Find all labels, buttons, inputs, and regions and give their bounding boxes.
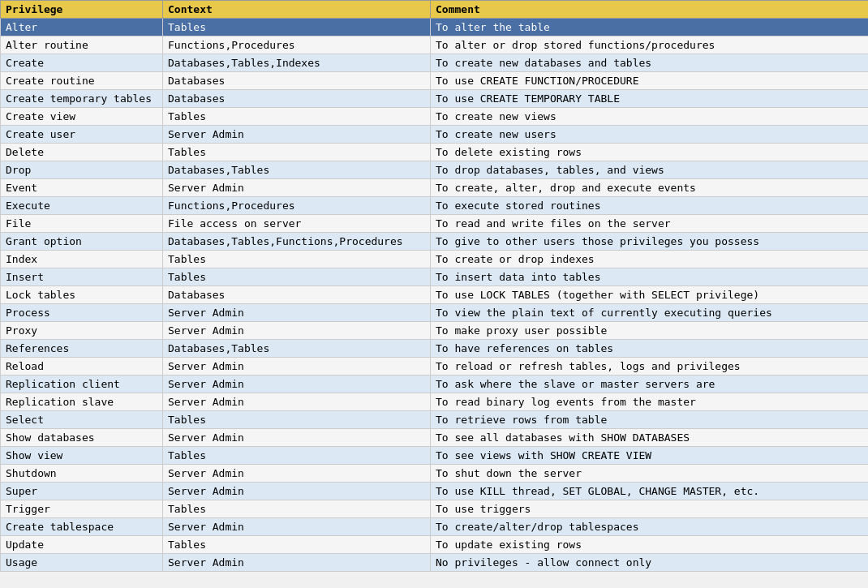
cell-context: Server Admin bbox=[163, 376, 431, 393]
cell-context: Server Admin bbox=[163, 518, 431, 536]
cell-context: Databases,Tables bbox=[163, 161, 431, 179]
cell-context: Databases,Tables,Functions,Procedures bbox=[163, 233, 431, 251]
cell-privilege: Replication slave bbox=[1, 393, 163, 411]
table-row[interactable]: CreateDatabases,Tables,IndexesTo create … bbox=[1, 54, 869, 72]
cell-privilege: References bbox=[1, 340, 163, 358]
cell-comment: No privileges - allow connect only bbox=[431, 554, 869, 572]
cell-privilege: Lock tables bbox=[1, 286, 163, 304]
cell-context: Tables bbox=[163, 251, 431, 268]
cell-context: Functions,Procedures bbox=[163, 197, 431, 215]
cell-privilege: Create user bbox=[1, 126, 163, 144]
cell-privilege: Replication client bbox=[1, 376, 163, 393]
header-context: Context bbox=[163, 1, 431, 19]
cell-context: Tables bbox=[163, 411, 431, 429]
cell-context: Tables bbox=[163, 108, 431, 126]
cell-privilege: Create view bbox=[1, 108, 163, 126]
cell-comment: To ask where the slave or master servers… bbox=[431, 376, 869, 393]
cell-context: Tables bbox=[163, 500, 431, 518]
table-row[interactable]: ExecuteFunctions,ProceduresTo execute st… bbox=[1, 197, 869, 215]
table-row[interactable]: DeleteTablesTo delete existing rows bbox=[1, 144, 869, 161]
table-row[interactable]: ReferencesDatabases,TablesTo have refere… bbox=[1, 340, 869, 358]
table-row[interactable]: DropDatabases,TablesTo drop databases, t… bbox=[1, 161, 869, 179]
cell-comment: To use LOCK TABLES (together with SELECT… bbox=[431, 286, 869, 304]
cell-comment: To create, alter, drop and execute event… bbox=[431, 179, 869, 197]
cell-privilege: Create bbox=[1, 54, 163, 72]
table-row[interactable]: UpdateTablesTo update existing rows bbox=[1, 536, 869, 554]
table-row[interactable]: AlterTablesTo alter the table bbox=[1, 19, 869, 36]
cell-privilege: Usage bbox=[1, 554, 163, 572]
table-row[interactable]: ProxyServer AdminTo make proxy user poss… bbox=[1, 322, 869, 340]
cell-context: Server Admin bbox=[163, 429, 431, 447]
cell-comment: To create/alter/drop tablespaces bbox=[431, 518, 869, 536]
table-row[interactable]: SuperServer AdminTo use KILL thread, SET… bbox=[1, 483, 869, 500]
table-row[interactable]: EventServer AdminTo create, alter, drop … bbox=[1, 179, 869, 197]
cell-comment: To use CREATE TEMPORARY TABLE bbox=[431, 90, 869, 108]
cell-context: Functions,Procedures bbox=[163, 36, 431, 54]
cell-comment: To create or drop indexes bbox=[431, 251, 869, 268]
cell-comment: To update existing rows bbox=[431, 536, 869, 554]
cell-comment: To create new views bbox=[431, 108, 869, 126]
cell-privilege: Reload bbox=[1, 358, 163, 376]
cell-comment: To give to other users those privileges … bbox=[431, 233, 869, 251]
cell-privilege: Show databases bbox=[1, 429, 163, 447]
table-row[interactable]: UsageServer AdminNo privileges - allow c… bbox=[1, 554, 869, 572]
cell-context: Server Admin bbox=[163, 304, 431, 322]
table-row[interactable]: Alter routineFunctions,ProceduresTo alte… bbox=[1, 36, 869, 54]
table-row[interactable]: FileFile access on serverTo read and wri… bbox=[1, 215, 869, 233]
cell-context: File access on server bbox=[163, 215, 431, 233]
cell-context: Tables bbox=[163, 19, 431, 36]
table-row[interactable]: Grant optionDatabases,Tables,Functions,P… bbox=[1, 233, 869, 251]
table-row[interactable]: ShutdownServer AdminTo shut down the ser… bbox=[1, 465, 869, 483]
table-row[interactable]: SelectTablesTo retrieve rows from table bbox=[1, 411, 869, 429]
cell-context: Tables bbox=[163, 536, 431, 554]
table-row[interactable]: IndexTablesTo create or drop indexes bbox=[1, 251, 869, 268]
cell-privilege: Proxy bbox=[1, 322, 163, 340]
cell-privilege: Trigger bbox=[1, 500, 163, 518]
cell-privilege: Alter bbox=[1, 19, 163, 36]
cell-comment: To use KILL thread, SET GLOBAL, CHANGE M… bbox=[431, 483, 869, 500]
table-row[interactable]: InsertTablesTo insert data into tables bbox=[1, 268, 869, 286]
cell-comment: To shut down the server bbox=[431, 465, 869, 483]
cell-context: Tables bbox=[163, 268, 431, 286]
table-row[interactable]: Lock tablesDatabasesTo use LOCK TABLES (… bbox=[1, 286, 869, 304]
cell-comment: To create new databases and tables bbox=[431, 54, 869, 72]
cell-comment: To reload or refresh tables, logs and pr… bbox=[431, 358, 869, 376]
table-row[interactable]: ProcessServer AdminTo view the plain tex… bbox=[1, 304, 869, 322]
table-row[interactable]: Create userServer AdminTo create new use… bbox=[1, 126, 869, 144]
cell-context: Server Admin bbox=[163, 393, 431, 411]
cell-context: Databases bbox=[163, 90, 431, 108]
cell-comment: To drop databases, tables, and views bbox=[431, 161, 869, 179]
table-row[interactable]: ReloadServer AdminTo reload or refresh t… bbox=[1, 358, 869, 376]
table-row[interactable]: Show databasesServer AdminTo see all dat… bbox=[1, 429, 869, 447]
table-row[interactable]: Show viewTablesTo see views with SHOW CR… bbox=[1, 447, 869, 465]
table-row[interactable]: Create viewTablesTo create new views bbox=[1, 108, 869, 126]
table-row[interactable]: TriggerTablesTo use triggers bbox=[1, 500, 869, 518]
table-header-row: Privilege Context Comment bbox=[1, 1, 869, 19]
cell-comment: To alter the table bbox=[431, 19, 869, 36]
cell-privilege: Show view bbox=[1, 447, 163, 465]
table-row[interactable]: Replication slaveServer AdminTo read bin… bbox=[1, 393, 869, 411]
table-row[interactable]: Create routineDatabasesTo use CREATE FUN… bbox=[1, 72, 869, 90]
header-comment: Comment bbox=[431, 1, 869, 19]
cell-privilege: Process bbox=[1, 304, 163, 322]
cell-privilege: Select bbox=[1, 411, 163, 429]
cell-comment: To read binary log events from the maste… bbox=[431, 393, 869, 411]
table-row[interactable]: Create tablespaceServer AdminTo create/a… bbox=[1, 518, 869, 536]
cell-comment: To insert data into tables bbox=[431, 268, 869, 286]
cell-context: Server Admin bbox=[163, 358, 431, 376]
cell-privilege: Create tablespace bbox=[1, 518, 163, 536]
cell-context: Server Admin bbox=[163, 322, 431, 340]
cell-context: Databases bbox=[163, 72, 431, 90]
cell-context: Tables bbox=[163, 144, 431, 161]
cell-privilege: Insert bbox=[1, 268, 163, 286]
cell-comment: To read and write files on the server bbox=[431, 215, 869, 233]
table-row[interactable]: Replication clientServer AdminTo ask whe… bbox=[1, 376, 869, 393]
header-privilege: Privilege bbox=[1, 1, 163, 19]
cell-privilege: Create routine bbox=[1, 72, 163, 90]
cell-privilege: Grant option bbox=[1, 233, 163, 251]
table-row[interactable]: Create temporary tablesDatabasesTo use C… bbox=[1, 90, 869, 108]
cell-comment: To use triggers bbox=[431, 500, 869, 518]
cell-comment: To create new users bbox=[431, 126, 869, 144]
cell-context: Databases,Tables,Indexes bbox=[163, 54, 431, 72]
cell-context: Databases,Tables bbox=[163, 340, 431, 358]
